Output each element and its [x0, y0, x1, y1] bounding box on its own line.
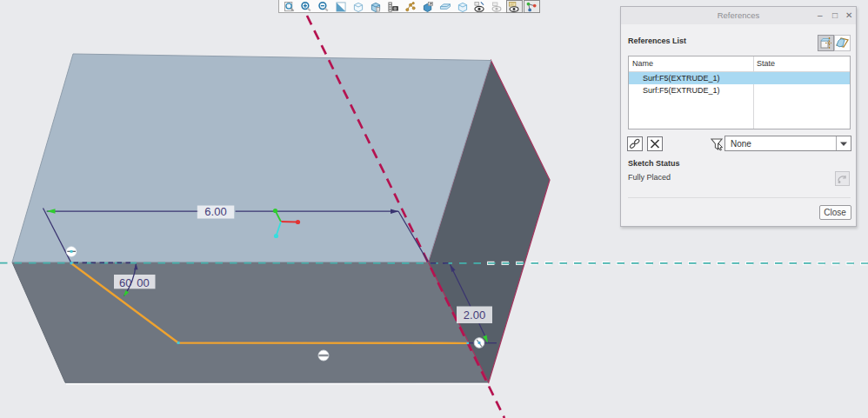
svg-text:2.00: 2.00: [464, 309, 485, 322]
svg-text:00: 00: [137, 276, 149, 289]
svg-text:60: 60: [119, 276, 131, 289]
svg-text:6.00: 6.00: [204, 205, 226, 218]
